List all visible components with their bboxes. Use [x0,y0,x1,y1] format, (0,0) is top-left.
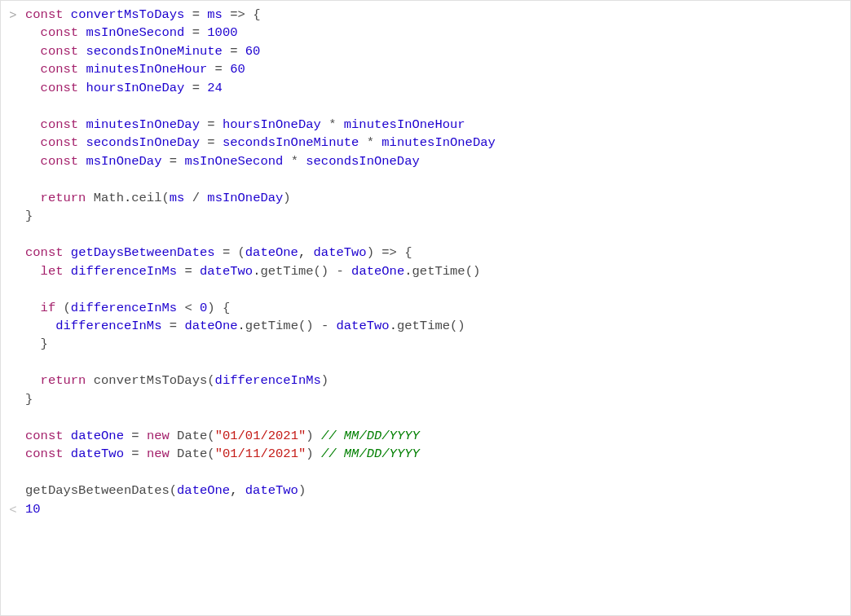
code-token [215,301,223,315]
code-token [25,25,41,40]
code-token [55,301,63,315]
code-token [64,7,71,22]
code-token: 60 [245,44,261,59]
code-token: } [25,209,33,223]
code-token: ceil [131,191,161,205]
code-token: ( [170,483,177,498]
code-token [161,319,169,333]
code-token [177,319,184,333]
code-token: - [336,264,343,279]
code-token: differenceInMs [71,301,177,315]
console-code-block[interactable]: const convertMsToDays = ms => { const ms… [25,6,850,500]
code-token: return [41,373,86,388]
code-token [397,245,404,260]
console-output-value: 10 [25,500,850,518]
code-token [139,447,147,461]
code-token [25,154,41,169]
code-token: const [41,117,79,132]
code-token [64,245,71,260]
code-token: getTime [397,319,450,333]
code-token: msInOneDay [86,154,161,169]
code-token: "01/01/2021" [215,429,306,443]
code-token: dateOne [351,264,404,279]
code-token: = [223,245,230,260]
code-token: minutesInOneHour [86,62,207,77]
code-token [374,135,381,150]
code-token: if [41,301,56,315]
code-token: minutesInOneDay [86,117,200,132]
input-prompt-icon: > [1,6,25,24]
code-token: differenceInMs [71,264,177,279]
code-token [64,429,71,443]
code-token: Date [177,429,207,443]
code-token [184,7,192,22]
code-token: let [41,264,64,279]
code-token: dateOne [177,483,230,498]
code-token [25,62,41,77]
code-token [336,117,343,132]
code-token [64,447,71,461]
code-token [359,135,366,150]
code-token: ms [170,191,185,205]
code-token: dateOne [245,245,298,260]
code-token [170,429,177,443]
code-token: getDaysBetweenDates [71,245,215,260]
code-token [184,25,192,40]
devtools-console[interactable]: > const convertMsToDays = ms => { const … [1,1,850,527]
code-token [192,301,200,315]
code-token [25,301,41,315]
code-token: ( [207,429,214,443]
code-token: msInOneSecond [184,154,283,169]
code-token [223,44,230,59]
code-token [139,429,147,443]
code-token [25,44,41,59]
code-token: const [41,25,79,40]
code-token [344,264,351,279]
code-token [124,429,131,443]
code-token: const [41,62,79,77]
code-token: getTime [245,319,298,333]
code-token: ( [161,191,169,205]
code-token [177,264,184,279]
code-token: = [131,447,139,461]
code-token: getDaysBetweenDates [25,483,170,498]
code-token: < [184,301,192,315]
code-token: new [147,429,170,443]
code-token [283,154,290,169]
code-token: ) [283,191,290,205]
code-token: dateOne [71,429,124,443]
code-token [298,154,306,169]
code-token [207,62,214,77]
code-token: ) [367,245,374,260]
console-input-row[interactable]: > const convertMsToDays = ms => { const … [1,6,850,500]
code-token: ) [306,447,313,461]
code-token: const [41,135,79,150]
code-token [245,7,253,22]
code-token [161,154,169,169]
code-token: new [147,447,170,461]
code-token [25,319,55,333]
code-token: "01/11/2021" [215,447,306,461]
code-token: * [291,154,298,169]
code-token: { [253,7,260,22]
code-token [25,373,41,388]
code-token: secondsInOneDay [306,154,420,169]
code-token: dateTwo [337,319,390,333]
code-token [230,245,237,260]
code-token: // MM/DD/YYYY [321,429,420,443]
code-token: , [230,483,245,498]
code-token: ( [64,301,71,315]
code-token: hoursInOneDay [223,117,321,132]
code-token [25,337,41,351]
code-token [192,264,200,279]
code-token: ) [306,429,313,443]
code-token: / [192,191,200,205]
code-token [200,25,207,40]
code-token [25,81,41,95]
code-token: convertMsToDays [94,373,208,388]
code-token [200,81,207,95]
code-token: const [41,154,79,169]
code-token: const [25,447,64,461]
code-token: Math [94,191,124,205]
code-token: , [298,245,314,260]
